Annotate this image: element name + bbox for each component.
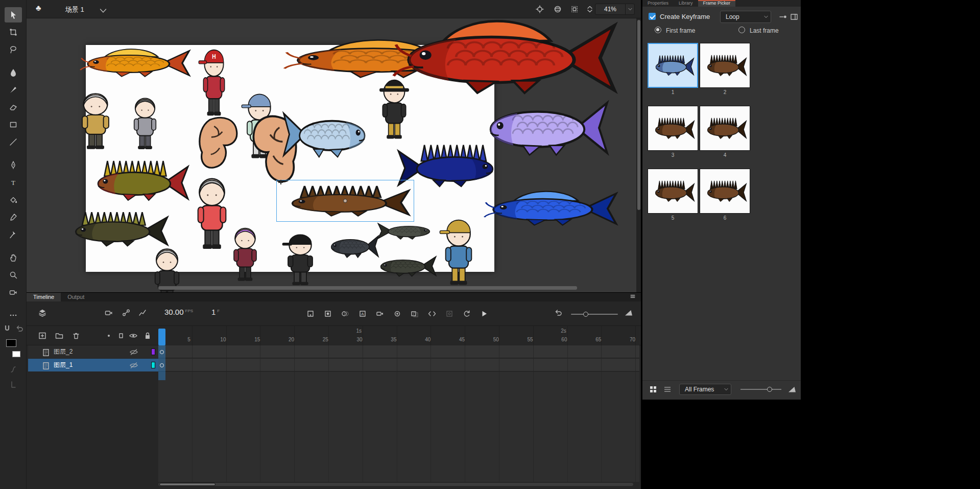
character-artwork[interactable]: H (198, 46, 230, 117)
layer-outline-color[interactable] (151, 362, 155, 368)
timeline-empty-area[interactable] (158, 372, 639, 482)
classic-brush-tool[interactable] (5, 82, 22, 98)
last-frame-radio[interactable] (738, 27, 745, 33)
character-artwork[interactable] (76, 89, 115, 150)
loop-icon[interactable] (461, 308, 472, 319)
layer-row[interactable]: 图层_2 (27, 345, 641, 359)
grid-view-icon[interactable] (649, 385, 658, 394)
delete-layer-button[interactable] (71, 331, 81, 340)
paint-bucket-tool[interactable] (5, 192, 22, 207)
scrollbar-thumb[interactable] (637, 20, 640, 210)
snap-icon[interactable] (3, 324, 12, 333)
thumbnail-size-slider[interactable] (740, 389, 781, 390)
fill-color-swatch[interactable] (12, 351, 20, 357)
line-tool[interactable] (5, 134, 22, 150)
character-artwork[interactable] (439, 217, 478, 286)
fish-artwork[interactable] (325, 228, 379, 262)
reset-timeline-zoom-icon[interactable] (554, 308, 563, 317)
free-transform-tool[interactable] (5, 25, 22, 40)
graph-editor-icon[interactable] (138, 308, 147, 317)
onion-marker-icon[interactable] (392, 308, 403, 319)
fish-artwork[interactable] (75, 41, 192, 81)
symbol-icon[interactable] (444, 308, 455, 319)
rotate-view-icon[interactable] (553, 5, 562, 14)
onion-skin-icon[interactable] (340, 308, 351, 319)
layer-name-cell[interactable]: 图层_1 (28, 359, 158, 371)
pin-option-icon[interactable] (778, 12, 787, 21)
timeline-zoom-slider[interactable] (571, 314, 618, 315)
frame-size-icon[interactable] (624, 308, 633, 317)
frame-thumbnail-2[interactable] (700, 43, 750, 88)
timeline-zoom-slider-knob[interactable] (583, 312, 588, 317)
fill-stroke-swatches[interactable] (5, 338, 22, 359)
insert-frame-icon[interactable] (305, 308, 316, 319)
camera-frame-icon[interactable] (374, 308, 386, 319)
scene-chevron-icon[interactable] (99, 6, 105, 12)
new-layer-button[interactable] (38, 331, 47, 340)
character-artwork[interactable] (129, 94, 161, 150)
loop-dropdown[interactable]: Loop (720, 11, 771, 23)
frame-thumbnail-5[interactable] (648, 169, 698, 214)
frame-thumbnail-4[interactable] (700, 106, 750, 151)
all-frames-dropdown[interactable]: All Frames (679, 384, 731, 395)
zoom-tool[interactable] (5, 267, 22, 283)
anchor-frame-icon[interactable]: A (357, 308, 368, 319)
eraser-tool[interactable] (5, 100, 22, 115)
arm-artwork[interactable] (198, 115, 242, 170)
swap-colors-icon[interactable] (15, 324, 24, 333)
create-keyframe-checkbox[interactable] (649, 13, 656, 20)
outline-column-icon[interactable] (116, 331, 126, 340)
fish-artwork[interactable] (374, 249, 437, 280)
asset-warp-tool[interactable] (5, 227, 22, 242)
fish-artwork[interactable] (478, 182, 619, 231)
transform-center-point[interactable] (343, 199, 347, 203)
play-icon[interactable] (479, 308, 490, 319)
clip-content-icon[interactable] (570, 5, 579, 14)
rectangle-tool[interactable] (5, 117, 22, 132)
playhead-marker[interactable] (158, 329, 165, 345)
selection-box[interactable] (276, 180, 414, 222)
timeline-tab-timeline[interactable]: Timeline (27, 293, 61, 301)
zoom-stepper-icon[interactable] (585, 5, 594, 14)
layer-visibility-toggle[interactable] (129, 347, 138, 357)
frame-thumbnail-3[interactable] (648, 106, 698, 151)
add-camera-icon[interactable] (104, 308, 113, 317)
canvas-horizontal-scrollbar[interactable] (158, 286, 577, 290)
character-artwork[interactable] (228, 224, 262, 282)
new-folder-button[interactable] (55, 331, 64, 340)
frame-thumbnail-1[interactable] (648, 43, 698, 88)
layers-icon[interactable] (38, 308, 47, 317)
lasso-tool[interactable] (5, 42, 22, 57)
current-frame-display[interactable]: 1F (211, 308, 220, 316)
stroke-color-swatch[interactable] (6, 339, 16, 347)
layer-frames[interactable] (158, 345, 639, 358)
canvas-pasteboard[interactable]: H (27, 18, 636, 292)
center-stage-icon[interactable] (535, 5, 544, 14)
scrollbar-thumb[interactable] (159, 483, 216, 486)
auto-keyframe-icon[interactable] (322, 308, 333, 319)
fish-artwork[interactable] (282, 98, 375, 165)
hand-tool[interactable] (5, 250, 22, 265)
timeline-horizontal-scrollbar[interactable] (158, 483, 633, 486)
zoom-level-select[interactable]: 41% (595, 4, 635, 15)
panel-layout-icon[interactable] (790, 12, 799, 21)
fps-display[interactable]: 30.00FPS (164, 308, 193, 316)
list-view-icon[interactable] (663, 385, 672, 394)
character-artwork[interactable] (377, 76, 412, 140)
parenting-view-icon[interactable] (122, 308, 131, 317)
panel-tab-library[interactable]: Library (674, 0, 698, 7)
highlight-column-icon[interactable] (104, 331, 113, 340)
layer-name-cell[interactable]: 图层_2 (28, 345, 158, 358)
canvas-vertical-scrollbar[interactable] (636, 18, 641, 292)
visibility-column-icon[interactable] (129, 331, 138, 340)
multi-frame-icon[interactable] (409, 308, 420, 319)
fish-artwork[interactable] (87, 154, 190, 206)
text-tool[interactable]: T (5, 175, 22, 190)
selection-tool[interactable] (5, 7, 22, 22)
layer-outline-color[interactable] (151, 348, 155, 355)
panel-tab-properties[interactable]: Properties (642, 0, 674, 7)
character-artwork[interactable] (149, 244, 185, 292)
code-icon[interactable] (426, 308, 438, 319)
layer-visibility-toggle[interactable] (129, 361, 138, 370)
zoom-chevron-icon[interactable] (625, 4, 634, 14)
